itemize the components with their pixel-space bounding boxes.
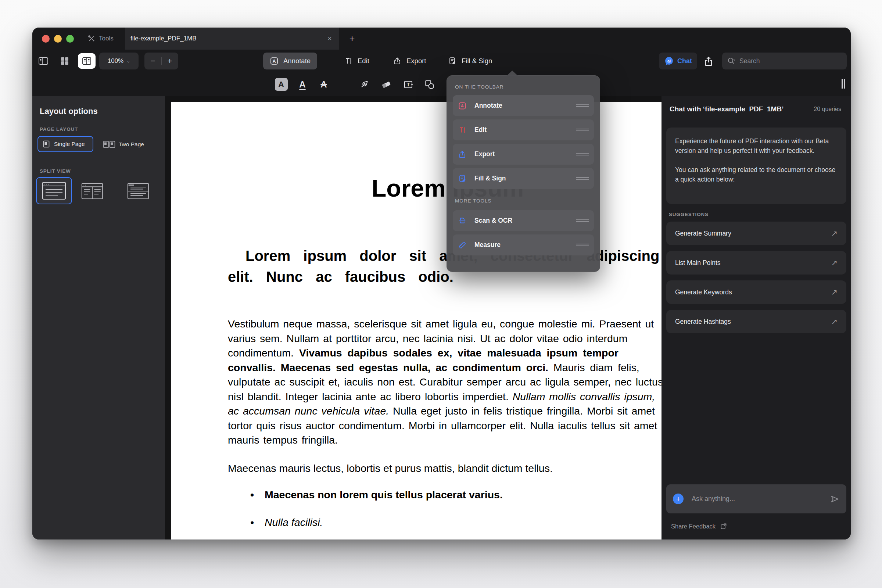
split-view-vertical-option[interactable] [81, 183, 103, 200]
zoom-out-button[interactable]: − [145, 56, 161, 66]
send-icon[interactable] [830, 494, 840, 504]
single-page-icon [42, 140, 51, 148]
tools-menu-button[interactable]: Tools [87, 28, 114, 50]
tab-title: file-example_PDF_1MB [130, 35, 196, 42]
two-page-option[interactable]: Two Page [103, 139, 144, 150]
single-page-option[interactable]: Single Page [38, 136, 93, 152]
share-icon[interactable] [702, 55, 715, 68]
two-page-label: Two Page [119, 141, 144, 148]
suggestion-generate-hashtags[interactable]: Generate Hashtags ↗ [666, 310, 846, 333]
document-bullet: •Nulla facilisi. [250, 516, 322, 528]
layout-options-sidebar: Layout options PAGE LAYOUT Single Page T… [32, 96, 165, 540]
dropdown-item-fill-sign[interactable]: Fill & Sign [453, 168, 594, 189]
drag-handle-icon[interactable] [576, 103, 589, 108]
single-page-label: Single Page [54, 141, 85, 147]
new-tab-button[interactable]: + [347, 33, 357, 44]
chat-header: Chat with ‘file-example_PDF_1MB’ 20 quer… [662, 96, 851, 120]
tab-annotate[interactable]: A Annotate [263, 52, 317, 69]
svg-text:T: T [407, 82, 410, 87]
zoom-window-button[interactable] [66, 35, 74, 43]
svg-text:A: A [461, 104, 464, 108]
arrow-up-right-icon: ↗ [831, 317, 837, 326]
two-page-icon [103, 140, 116, 149]
chat-input-placeholder: Ask anything... [692, 495, 735, 503]
split-vertical-icon [81, 183, 103, 200]
shapes-tool-button[interactable] [421, 72, 438, 96]
chat-input[interactable]: + Ask anything... [666, 484, 846, 513]
tab-edit-label: Edit [358, 57, 369, 65]
split-view-label: SPLIT VIEW [40, 168, 71, 174]
strikeout-tool-button[interactable]: A [315, 72, 332, 96]
underline-tool-button[interactable]: A [294, 72, 311, 96]
fill-sign-icon [458, 174, 467, 183]
split-single-icon [42, 182, 66, 200]
dropdown-item-annotate[interactable]: A Annotate [453, 95, 594, 116]
arrow-up-right-icon: ↗ [831, 258, 837, 267]
external-link-icon [720, 523, 727, 530]
chat-title: Chat with ‘file-example_PDF_1MB’ [670, 105, 783, 113]
annotation-toolbar: A A A [32, 72, 851, 96]
svg-text:ai: ai [668, 58, 670, 63]
scan-ocr-icon [458, 216, 467, 225]
tools-label: Tools [99, 35, 114, 42]
suggestion-generate-keywords[interactable]: Generate Keywords ↗ [666, 280, 846, 304]
document-bullet: •Maecenas non lorem quis tellus placerat… [250, 489, 503, 501]
search-input[interactable]: Search [722, 52, 847, 69]
drag-handle-icon[interactable] [576, 152, 589, 156]
zoom-stepper: − + [144, 52, 178, 69]
reading-view-button[interactable] [78, 53, 96, 69]
sidebar-title: Layout options [40, 106, 98, 116]
textbox-tool-button[interactable]: T [400, 72, 417, 96]
zoom-level-dropdown[interactable]: 100% ⌄ [99, 52, 138, 69]
dropdown-item-measure[interactable]: Measure [453, 234, 594, 255]
pen-icon [358, 79, 370, 90]
dropdown-item-edit[interactable]: Edit [453, 119, 594, 140]
chat-button[interactable]: ai Chat [659, 52, 697, 69]
title-bar: Tools file-example_PDF_1MB × + [32, 28, 851, 50]
document-body: Vestibulum neque massa, scelerisque sit … [228, 317, 662, 448]
suggestions-label: SUGGESTIONS [669, 212, 708, 217]
highlight-tool-button[interactable]: A [273, 72, 290, 96]
measure-icon [458, 241, 467, 249]
app-window: Tools file-example_PDF_1MB × + [32, 28, 851, 540]
zoom-in-button[interactable]: + [162, 56, 178, 66]
sidebar-toggle-button[interactable] [37, 50, 50, 72]
tab-fill-sign[interactable]: Fill & Sign [441, 52, 499, 69]
on-the-toolbar-label: ON THE TOOLBAR [455, 84, 504, 90]
tools-icon [87, 34, 96, 43]
tab-close-icon[interactable]: × [325, 34, 334, 44]
dropdown-item-export[interactable]: Export [453, 144, 594, 165]
strikeout-icon: A [321, 80, 327, 90]
thumbnails-grid-button[interactable] [58, 50, 71, 72]
minimize-window-button[interactable] [54, 35, 62, 43]
export-icon [393, 57, 402, 65]
panel-resize-handle[interactable] [842, 79, 847, 90]
ai-chat-panel: Chat with ‘file-example_PDF_1MB’ 20 quer… [662, 96, 851, 540]
search-icon [727, 57, 736, 65]
add-attachment-icon[interactable]: + [673, 494, 684, 504]
share-feedback-link[interactable]: Share Feedback [671, 523, 727, 530]
underline-icon: A [299, 80, 305, 90]
tab-edit[interactable]: Edit [338, 52, 376, 69]
document-tab[interactable]: file-example_PDF_1MB × [125, 28, 339, 50]
suggestion-generate-summary[interactable]: Generate Summary ↗ [666, 222, 846, 245]
zoom-level-value: 100% [108, 57, 123, 64]
edit-text-icon [344, 57, 353, 65]
dropdown-item-scan-ocr[interactable]: Scan & OCR [453, 210, 594, 231]
tab-export[interactable]: Export [386, 52, 432, 69]
drag-handle-icon[interactable] [576, 128, 589, 132]
dropdown-arrow [507, 70, 518, 76]
drag-handle-icon[interactable] [576, 218, 589, 223]
chat-button-label: Chat [677, 57, 692, 65]
queries-badge: 20 queries [814, 106, 841, 112]
eraser-tool-button[interactable] [378, 72, 395, 96]
suggestion-list-main-points[interactable]: List Main Points ↗ [666, 251, 846, 274]
close-window-button[interactable] [42, 35, 50, 43]
drag-handle-icon[interactable] [576, 176, 589, 181]
split-view-horizontal-option[interactable] [127, 183, 149, 200]
split-horizontal-icon [127, 183, 149, 200]
drag-handle-icon[interactable] [576, 243, 589, 248]
arrow-up-right-icon: ↗ [831, 288, 837, 297]
split-view-single-option[interactable] [36, 177, 72, 204]
pen-tool-button[interactable] [356, 72, 373, 96]
